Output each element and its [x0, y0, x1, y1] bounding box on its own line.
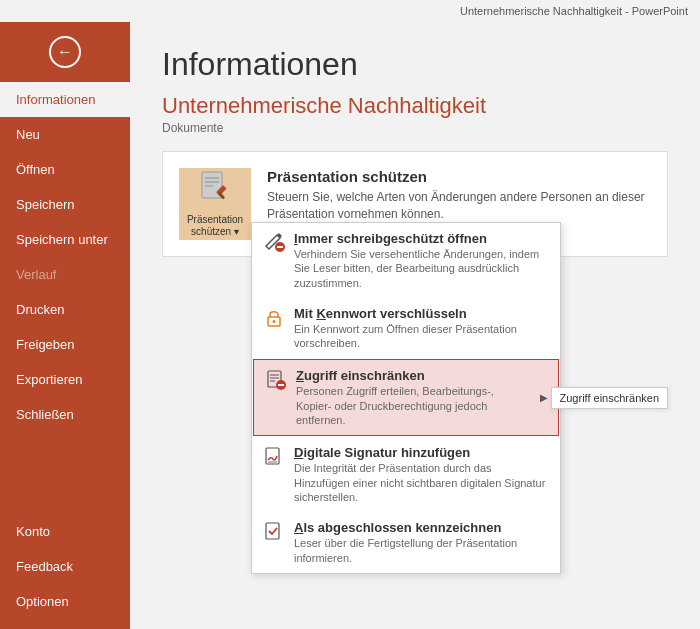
sidebar-item-schliessen[interactable]: Schließen: [0, 397, 130, 432]
svg-rect-18: [266, 523, 279, 539]
sidebar-item-informationen[interactable]: Informationen: [0, 82, 130, 117]
protect-desc: Steuern Sie, welche Arten von Änderungen…: [267, 189, 651, 223]
menu-item-zugriff-text: Zugriff einschränken Personen Zugriff er…: [296, 368, 532, 427]
menu-item-kennwort-desc: Ein Kennwort zum Öffnen dieser Präsentat…: [294, 322, 550, 351]
menu-item-signatur-title: Digitale Signatur hinzufügen: [294, 445, 550, 460]
protect-card: Präsentation schützen ▾ Präsentation sch…: [162, 151, 668, 257]
menu-item-signatur-desc: Die Integrität der Präsentation durch da…: [294, 461, 550, 504]
protect-icon-label: Präsentation schützen ▾: [187, 214, 243, 238]
back-arrow-icon: ←: [57, 43, 73, 61]
sidebar-nav: Informationen Neu Öffnen Speichern Speic…: [0, 82, 130, 514]
protect-pres-icon: [198, 170, 232, 210]
titlebar-text: Unternehmerische Nachhaltigkeit - PowerP…: [460, 5, 688, 17]
menu-item-schreibgeschuetzt-title: Immer schreibgeschützt öffnen: [294, 231, 550, 246]
sidebar-item-freigeben[interactable]: Freigeben: [0, 327, 130, 362]
sidebar-item-speichern-unter[interactable]: Speichern unter: [0, 222, 130, 257]
menu-item-zugriff-desc: Personen Zugriff erteilen, Bearbeitungs-…: [296, 384, 532, 427]
card-text-area: Präsentation schützen Steuern Sie, welch…: [267, 168, 651, 223]
menu-item-abgeschlossen-text: Als abgeschlossen kennzeichnen Leser übe…: [294, 520, 550, 565]
menu-item-abgeschlossen[interactable]: Als abgeschlossen kennzeichnen Leser übe…: [252, 512, 560, 573]
check-icon: [262, 520, 286, 544]
doc-subtitle: Unternehmerische Nachhaltigkeit: [162, 93, 668, 119]
menu-item-abgeschlossen-desc: Leser über die Fertigstellung der Präsen…: [294, 536, 550, 565]
menu-item-signatur-text: Digitale Signatur hinzufügen Die Integri…: [294, 445, 550, 504]
pencil-no-icon: [262, 231, 286, 255]
titlebar: Unternehmerische Nachhaltigkeit - PowerP…: [0, 0, 700, 22]
menu-item-schreibgeschuetzt-text: Immer schreibgeschützt öffnen Verhindern…: [294, 231, 550, 290]
menu-item-zugriff[interactable]: Zugriff einschränken Personen Zugriff er…: [253, 359, 559, 436]
sidebar-item-exportieren[interactable]: Exportieren: [0, 362, 130, 397]
zugriff-tooltip: Zugriff einschränken: [551, 387, 668, 409]
protect-icon-box[interactable]: Präsentation schützen ▾: [179, 168, 251, 240]
sidebar-item-neu[interactable]: Neu: [0, 117, 130, 152]
submenu-arrow-icon: ▶: [540, 392, 548, 403]
sidebar-bottom: Konto Feedback Optionen: [0, 514, 130, 629]
menu-item-kennwort-text: Mit Kennwort verschlüsseln Ein Kennwort …: [294, 306, 550, 351]
protect-title: Präsentation schützen: [267, 168, 651, 185]
menu-item-kennwort-title: Mit Kennwort verschlüsseln: [294, 306, 550, 321]
sidebar-item-optionen[interactable]: Optionen: [0, 584, 130, 619]
lock-icon: [262, 306, 286, 330]
menu-item-signatur[interactable]: Digitale Signatur hinzufügen Die Integri…: [252, 437, 560, 512]
menu-item-schreibgeschuetzt[interactable]: Immer schreibgeschützt öffnen Verhindern…: [252, 223, 560, 298]
sidebar: ← Informationen Neu Öffnen Speichern Spe…: [0, 22, 130, 629]
signature-icon: [262, 445, 286, 469]
svg-point-9: [273, 320, 276, 323]
menu-item-schreibgeschuetzt-desc: Verhindern Sie versehentliche Änderungen…: [294, 247, 550, 290]
sidebar-item-oeffnen[interactable]: Öffnen: [0, 152, 130, 187]
page-title: Informationen: [162, 46, 668, 83]
doc-label: Dokumente: [162, 121, 668, 135]
content-area: Informationen Unternehmerische Nachhalti…: [130, 22, 700, 629]
back-button[interactable]: ←: [0, 22, 130, 82]
sidebar-item-feedback[interactable]: Feedback: [0, 549, 130, 584]
sidebar-item-drucken[interactable]: Drucken: [0, 292, 130, 327]
menu-item-kennwort[interactable]: Mit Kennwort verschlüsseln Ein Kennwort …: [252, 298, 560, 359]
menu-item-zugriff-title: Zugriff einschränken: [296, 368, 532, 383]
sidebar-item-konto[interactable]: Konto: [0, 514, 130, 549]
back-circle-icon: ←: [49, 36, 81, 68]
restrict-icon: [264, 368, 288, 392]
sidebar-item-speichern[interactable]: Speichern: [0, 187, 130, 222]
sidebar-item-verlauf: Verlauf: [0, 257, 130, 292]
menu-item-abgeschlossen-title: Als abgeschlossen kennzeichnen: [294, 520, 550, 535]
protect-dropdown: Immer schreibgeschützt öffnen Verhindern…: [251, 222, 561, 574]
